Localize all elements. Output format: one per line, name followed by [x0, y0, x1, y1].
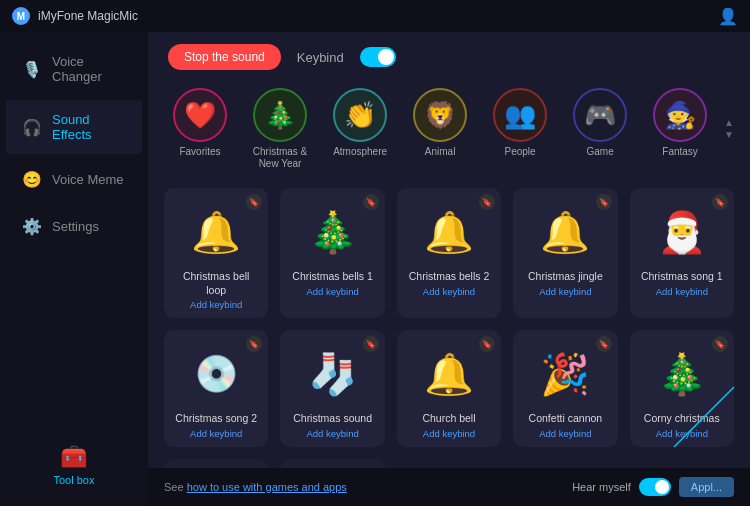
bottom-link-text: See how to use with games and apps — [164, 481, 347, 493]
stop-sound-button[interactable]: Stop the sound — [168, 44, 281, 70]
sound-name-1: Christmas bell loop — [172, 270, 260, 297]
sidebar-label-sound-effects: Sound Effects — [52, 112, 126, 142]
keybind-label: Keybind — [297, 50, 344, 65]
sound-name-3: Christmas bells 2 — [409, 270, 490, 284]
sound-keybind-7[interactable]: Add keybind — [306, 428, 358, 439]
toolbox-button[interactable]: 🧰 Tool box — [38, 436, 111, 494]
hear-myself-toggle[interactable] — [639, 478, 671, 496]
toolbox-label: Tool box — [54, 474, 95, 486]
sound-name-7: Christmas sound — [293, 412, 372, 426]
sound-card-11[interactable]: 🎵 — [164, 459, 268, 468]
scroll-up-arrow[interactable]: ▲ — [724, 118, 734, 128]
gear-icon: ⚙️ — [22, 217, 42, 236]
people-label: People — [505, 146, 536, 158]
sound-card-christmas-song-1[interactable]: 🔖 🎅 Christmas song 1 Add keybind — [630, 188, 734, 318]
sound-keybind-1[interactable]: Add keybind — [190, 299, 242, 310]
sound-keybind-4[interactable]: Add keybind — [539, 286, 591, 297]
sound-badge-4: 🔖 — [596, 194, 612, 210]
sound-card-12[interactable]: 🎵 — [280, 459, 384, 468]
sound-icon-7: 🧦 — [301, 342, 365, 406]
category-christmas[interactable]: 🎄 Christmas & New Year — [244, 82, 316, 176]
sound-badge-7: 🔖 — [363, 336, 379, 352]
sound-icon-1: 🔔 — [184, 200, 248, 264]
headphones-icon: 🎧 — [22, 118, 42, 137]
bottom-bar: See how to use with games and apps Hear … — [148, 468, 750, 506]
sound-badge-9: 🔖 — [596, 336, 612, 352]
sound-keybind-5[interactable]: Add keybind — [656, 286, 708, 297]
fantasy-label: Fantasy — [662, 146, 698, 158]
category-favorites[interactable]: ❤️ Favorites — [164, 82, 236, 176]
atmosphere-label: Atmosphere — [333, 146, 387, 158]
toolbox-icon: 🧰 — [60, 444, 87, 470]
sound-card-christmas-jingle[interactable]: 🔖 🔔 Christmas jingle Add keybind — [513, 188, 617, 318]
sound-keybind-10[interactable]: Add keybind — [656, 428, 708, 439]
sound-icon-9: 🎉 — [533, 342, 597, 406]
sound-card-christmas-bells-2[interactable]: 🔖 🔔 Christmas bells 2 Add keybind — [397, 188, 501, 318]
sound-card-corny-christmas[interactable]: 🔖 🎄 Corny christmas Add keybind — [630, 330, 734, 447]
fantasy-icon-circle: 🧙 — [653, 88, 707, 142]
smiley-icon: 😊 — [22, 170, 42, 189]
sidebar-item-sound-effects[interactable]: 🎧 Sound Effects — [6, 100, 142, 154]
sound-keybind-6[interactable]: Add keybind — [190, 428, 242, 439]
sound-card-christmas-bell-loop[interactable]: 🔖 🔔 Christmas bell loop Add keybind — [164, 188, 268, 318]
sound-icon-8: 🔔 — [417, 342, 481, 406]
sound-name-6: Christmas song 2 — [175, 412, 257, 426]
people-icon-circle: 👥 — [493, 88, 547, 142]
sound-keybind-2[interactable]: Add keybind — [306, 286, 358, 297]
app-title: iMyFone MagicMic — [38, 9, 138, 23]
category-animal[interactable]: 🦁 Animal — [404, 82, 476, 176]
favorites-icon-circle: ❤️ — [173, 88, 227, 142]
sound-card-church-bell[interactable]: 🔖 🔔 Church bell Add keybind — [397, 330, 501, 447]
sound-badge-6: 🔖 — [246, 336, 262, 352]
scroll-down-arrow[interactable]: ▼ — [724, 130, 734, 140]
sound-card-christmas-sound[interactable]: 🔖 🧦 Christmas sound Add keybind — [280, 330, 384, 447]
content-area: Stop the sound Keybind ❤️ Favorites 🎄 Ch… — [148, 32, 750, 506]
category-game[interactable]: 🎮 Game — [564, 82, 636, 176]
sound-icon-2: 🎄 — [301, 200, 365, 264]
category-atmosphere[interactable]: 👏 Atmosphere — [324, 82, 396, 176]
sound-badge-8: 🔖 — [479, 336, 495, 352]
sound-name-9: Confetti cannon — [529, 412, 603, 426]
microphone-icon: 🎙️ — [22, 60, 42, 79]
sound-card-confetti-cannon[interactable]: 🔖 🎉 Confetti cannon Add keybind — [513, 330, 617, 447]
sound-icon-5: 🎅 — [650, 200, 714, 264]
category-people[interactable]: 👥 People — [484, 82, 556, 176]
hear-myself-label: Hear myself — [572, 481, 631, 493]
sound-badge-2: 🔖 — [363, 194, 379, 210]
sidebar-item-voice-changer[interactable]: 🎙️ Voice Changer — [6, 42, 142, 96]
sound-card-christmas-bells-1[interactable]: 🔖 🎄 Christmas bells 1 Add keybind — [280, 188, 384, 318]
sound-icon-4: 🔔 — [533, 200, 597, 264]
sound-name-8: Church bell — [422, 412, 475, 426]
sidebar-label-voice-changer: Voice Changer — [52, 54, 126, 84]
category-fantasy[interactable]: 🧙 Fantasy — [644, 82, 716, 176]
sidebar-item-settings[interactable]: ⚙️ Settings — [6, 205, 142, 248]
sound-badge-5: 🔖 — [712, 194, 728, 210]
sound-keybind-3[interactable]: Add keybind — [423, 286, 475, 297]
sound-card-christmas-song-2[interactable]: 🔖 💿 Christmas song 2 Add keybind — [164, 330, 268, 447]
sidebar: 🎙️ Voice Changer 🎧 Sound Effects 😊 Voice… — [0, 32, 148, 506]
keybind-toggle[interactable] — [360, 47, 396, 67]
sound-icon-10: 🎄 — [650, 342, 714, 406]
sidebar-item-voice-meme[interactable]: 😊 Voice Meme — [6, 158, 142, 201]
favorites-label: Favorites — [179, 146, 220, 158]
sound-badge-1: 🔖 — [246, 194, 262, 210]
sound-keybind-9[interactable]: Add keybind — [539, 428, 591, 439]
sound-grid: 🔖 🔔 Christmas bell loop Add keybind 🔖 🎄 … — [164, 188, 734, 468]
user-icon[interactable]: 👤 — [718, 7, 738, 26]
how-to-use-link[interactable]: how to use with games and apps — [187, 481, 347, 493]
sidebar-label-settings: Settings — [52, 219, 99, 234]
app-logo: M — [12, 7, 30, 25]
sound-keybind-8[interactable]: Add keybind — [423, 428, 475, 439]
christmas-icon-circle: 🎄 — [253, 88, 307, 142]
sound-name-2: Christmas bells 1 — [292, 270, 373, 284]
top-controls: Stop the sound Keybind — [148, 32, 750, 78]
animal-label: Animal — [425, 146, 456, 158]
sound-badge-10: 🔖 — [712, 336, 728, 352]
apply-button[interactable]: Appl... — [679, 477, 734, 497]
atmosphere-icon-circle: 👏 — [333, 88, 387, 142]
title-bar: M iMyFone MagicMic 👤 — [0, 0, 750, 32]
sound-icon-3: 🔔 — [417, 200, 481, 264]
christmas-label: Christmas & New Year — [248, 146, 312, 170]
sound-name-5: Christmas song 1 — [641, 270, 723, 284]
sound-grid-wrapper[interactable]: 🔖 🔔 Christmas bell loop Add keybind 🔖 🎄 … — [148, 180, 750, 468]
